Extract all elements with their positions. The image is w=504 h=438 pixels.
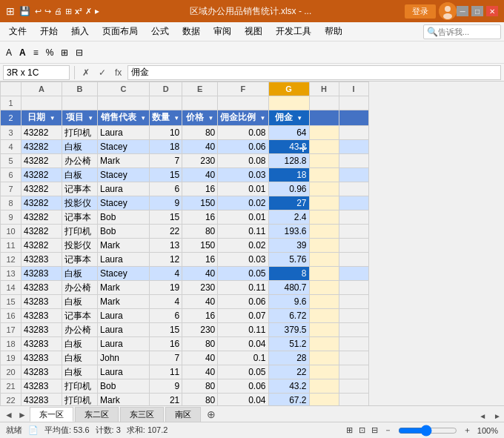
cell[interactable]: 白板 bbox=[62, 267, 98, 281]
cell[interactable]: 11 bbox=[150, 365, 182, 379]
cell[interactable]: Laura bbox=[98, 337, 150, 351]
cell[interactable] bbox=[309, 239, 339, 253]
cell[interactable]: 67.2 bbox=[268, 394, 309, 406]
cell[interactable]: 9 bbox=[150, 196, 182, 210]
cell[interactable] bbox=[182, 96, 218, 110]
cell[interactable]: 记事本 bbox=[62, 309, 98, 323]
cell[interactable]: 43283 bbox=[21, 309, 62, 323]
scroll-right-icon[interactable]: ► bbox=[16, 408, 28, 422]
toolbar-icon-2[interactable]: A bbox=[16, 46, 29, 59]
cell[interactable]: 16 bbox=[182, 182, 218, 196]
tab-dong1[interactable]: 东一区 bbox=[30, 407, 73, 422]
cell[interactable]: 白板 bbox=[62, 351, 98, 365]
cell[interactable] bbox=[339, 309, 368, 323]
cell[interactable] bbox=[309, 281, 339, 295]
cell[interactable]: 27 bbox=[268, 196, 309, 210]
cell[interactable]: 80 bbox=[182, 394, 218, 406]
cell[interactable]: 0.02 bbox=[218, 196, 268, 210]
cell[interactable]: 打印机 bbox=[62, 225, 98, 239]
col-header-E[interactable]: E bbox=[182, 82, 218, 96]
cell[interactable]: 4 bbox=[150, 295, 182, 309]
cell[interactable]: 2.4 bbox=[268, 210, 309, 225]
toolbar-icon-6[interactable]: ⊟ bbox=[73, 46, 86, 59]
menu-insert[interactable]: 插入 bbox=[65, 24, 95, 39]
cell[interactable]: 16 bbox=[182, 309, 218, 323]
cell-header-item[interactable]: 项目 ▼ bbox=[62, 110, 98, 126]
cell[interactable]: John bbox=[98, 351, 150, 365]
cell[interactable]: 193.6 bbox=[268, 225, 309, 239]
cell[interactable]: Bob bbox=[98, 225, 150, 239]
cell[interactable]: Stacey bbox=[98, 267, 150, 281]
cell[interactable]: 7 bbox=[150, 154, 182, 168]
cell[interactable]: 40 bbox=[182, 267, 218, 281]
minimize-button[interactable]: ─ bbox=[457, 6, 468, 16]
toolbar-icon-4[interactable]: % bbox=[43, 46, 57, 59]
menu-view[interactable]: 视图 bbox=[239, 24, 268, 39]
cell[interactable]: Mark bbox=[98, 239, 150, 253]
cell[interactable] bbox=[339, 351, 368, 365]
cell[interactable]: 18 bbox=[268, 168, 309, 182]
cell[interactable]: 打印机 bbox=[62, 126, 98, 140]
cell[interactable]: 43.2 bbox=[268, 379, 309, 394]
cell[interactable] bbox=[339, 337, 368, 351]
cell[interactable]: Laura bbox=[98, 309, 150, 323]
cell[interactable]: 0.04 bbox=[218, 394, 268, 406]
cell[interactable]: 记事本 bbox=[62, 182, 98, 196]
cell[interactable] bbox=[309, 253, 339, 267]
cell[interactable] bbox=[339, 365, 368, 379]
cell[interactable]: 0.96 bbox=[268, 182, 309, 196]
cell[interactable] bbox=[309, 295, 339, 309]
cell[interactable]: 80 bbox=[182, 126, 218, 140]
formula-fx[interactable]: fx bbox=[112, 67, 125, 79]
cell[interactable]: 43283 bbox=[21, 365, 62, 379]
cell[interactable]: 白板 bbox=[62, 140, 98, 154]
cell[interactable]: 43283 bbox=[21, 337, 62, 351]
cell[interactable]: Laura bbox=[98, 253, 150, 267]
cell[interactable]: 0.03 bbox=[218, 168, 268, 182]
cell[interactable]: 记事本 bbox=[62, 210, 98, 225]
menu-file[interactable]: 文件 bbox=[3, 24, 33, 39]
cell[interactable]: 投影仪 bbox=[62, 196, 98, 210]
cell[interactable]: Laura bbox=[98, 365, 150, 379]
cell-header-price[interactable]: 价格 ▼ bbox=[182, 110, 218, 126]
cell[interactable] bbox=[309, 365, 339, 379]
cell[interactable] bbox=[62, 96, 98, 110]
cell[interactable] bbox=[21, 96, 62, 110]
cell[interactable]: 80 bbox=[182, 225, 218, 239]
cell[interactable]: 22 bbox=[268, 365, 309, 379]
cell[interactable]: 43283 bbox=[21, 323, 62, 337]
cell[interactable]: 0.01 bbox=[218, 210, 268, 225]
cell[interactable]: 43283 bbox=[21, 379, 62, 394]
cell[interactable] bbox=[339, 168, 368, 182]
cell[interactable]: 43282 bbox=[21, 154, 62, 168]
cell[interactable]: 43282 bbox=[21, 140, 62, 154]
cell[interactable] bbox=[309, 267, 339, 281]
cell[interactable]: 150 bbox=[182, 196, 218, 210]
cell[interactable]: 6.72 bbox=[268, 309, 309, 323]
cell[interactable]: 记事本 bbox=[62, 253, 98, 267]
cell[interactable]: Mark bbox=[98, 295, 150, 309]
cell[interactable]: 39 bbox=[268, 239, 309, 253]
cell[interactable] bbox=[339, 225, 368, 239]
cell[interactable]: 28 bbox=[268, 351, 309, 365]
cell[interactable]: 0.06 bbox=[218, 379, 268, 394]
cell[interactable]: 5.76 bbox=[268, 253, 309, 267]
cell[interactable] bbox=[339, 253, 368, 267]
cell[interactable]: 办公椅 bbox=[62, 281, 98, 295]
cell-header-ratio[interactable]: 佣金比例 ▼ bbox=[218, 110, 268, 126]
cell[interactable]: 21 bbox=[150, 394, 182, 406]
cell[interactable]: 43282 bbox=[21, 210, 62, 225]
cell[interactable] bbox=[339, 196, 368, 210]
table-icon[interactable]: ⊞ bbox=[65, 7, 72, 16]
cell[interactable]: Mark bbox=[98, 281, 150, 295]
cell[interactable]: 办公椅 bbox=[62, 154, 98, 168]
cell[interactable] bbox=[218, 96, 268, 110]
cell[interactable]: 43282 bbox=[21, 225, 62, 239]
search-input[interactable] bbox=[438, 27, 497, 36]
cell[interactable] bbox=[339, 110, 368, 126]
col-header-F[interactable]: F bbox=[218, 82, 268, 96]
cell[interactable]: 19 bbox=[150, 281, 182, 295]
scrollbar-right[interactable]: ► bbox=[491, 411, 504, 422]
menu-developer[interactable]: 开发工具 bbox=[270, 24, 317, 39]
cell[interactable]: Stacey bbox=[98, 140, 150, 154]
